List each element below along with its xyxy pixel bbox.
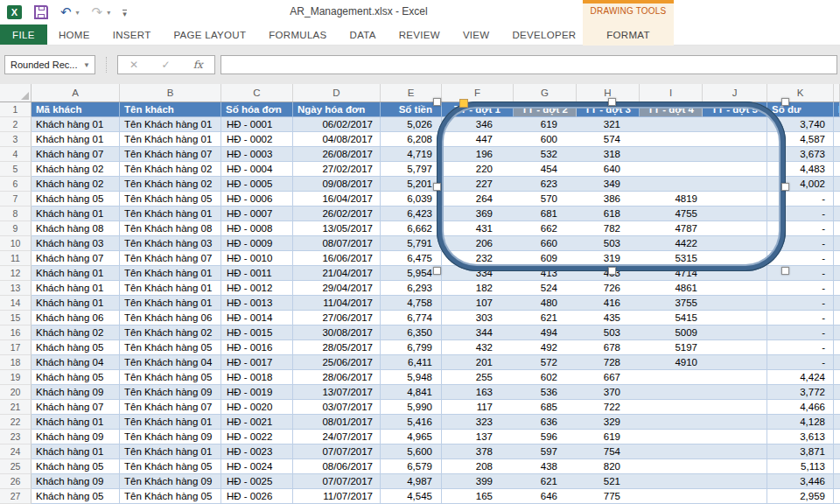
header-cell[interactable]: Ngày hóa đơn xyxy=(293,102,381,117)
cell[interactable] xyxy=(834,177,840,192)
cell[interactable]: Khách hàng 09 xyxy=(32,474,120,489)
row-header-20[interactable]: 20 xyxy=(0,385,32,400)
column-header-B[interactable]: B xyxy=(120,84,221,102)
cell[interactable]: HĐ - 0015 xyxy=(221,326,293,340)
cell[interactable]: Tên Khách hàng 01 xyxy=(120,132,221,147)
cell[interactable]: - xyxy=(767,340,834,355)
cell[interactable]: 5,948 xyxy=(381,370,442,385)
cell[interactable] xyxy=(834,117,840,132)
cell[interactable] xyxy=(703,340,767,355)
resize-handle-top-center[interactable] xyxy=(608,98,616,106)
cell[interactable]: Khách hàng 06 xyxy=(32,311,120,326)
cell[interactable] xyxy=(703,326,767,340)
cell[interactable] xyxy=(834,147,840,162)
cell[interactable] xyxy=(703,430,767,444)
cell[interactable]: 4910 xyxy=(640,355,703,370)
column-header-D[interactable]: D xyxy=(293,84,381,102)
cell[interactable]: - xyxy=(767,266,834,281)
cell[interactable]: 16/06/2017 xyxy=(293,251,381,266)
cell[interactable]: Tên Khách hàng 02 xyxy=(120,326,221,340)
name-box[interactable]: Rounded Rec... ▼ xyxy=(4,55,95,74)
cell[interactable]: 3,613 xyxy=(767,430,834,444)
row-header-5[interactable]: 5 xyxy=(0,162,32,177)
cell[interactable]: - xyxy=(767,326,834,340)
cell[interactable] xyxy=(703,400,767,415)
cell[interactable]: 2,959 xyxy=(767,489,834,504)
tab-insert[interactable]: INSERT xyxy=(102,24,163,45)
enter-icon[interactable]: ✓ xyxy=(161,59,170,71)
cell[interactable]: 722 xyxy=(577,400,640,415)
cell[interactable]: Khách hàng 02 xyxy=(32,162,120,177)
row-header-1[interactable]: 1 xyxy=(0,102,32,117)
cell[interactable]: 08/06/2017 xyxy=(293,459,381,474)
cell[interactable]: Khách hàng 01 xyxy=(32,132,120,147)
cancel-icon[interactable]: ✕ xyxy=(130,59,138,71)
cell[interactable] xyxy=(834,251,840,266)
cell[interactable]: 11/07/2017 xyxy=(293,489,381,504)
cell[interactable]: Khách hàng 01 xyxy=(32,415,120,430)
cell[interactable]: Khách hàng 05 xyxy=(32,370,120,385)
row-header-15[interactable]: 15 xyxy=(0,311,32,326)
cell[interactable] xyxy=(640,489,703,504)
cell[interactable]: 5,113 xyxy=(767,459,834,474)
resize-handle-mid-right[interactable] xyxy=(781,183,789,191)
cell[interactable]: 378 xyxy=(442,444,514,459)
cell[interactable]: 494 xyxy=(514,326,577,340)
cell[interactable] xyxy=(834,326,840,340)
cell[interactable]: HĐ - 0024 xyxy=(221,459,293,474)
cell[interactable]: 04/08/2017 xyxy=(293,132,381,147)
cell[interactable] xyxy=(834,415,840,430)
cell[interactable]: 6,350 xyxy=(381,326,442,340)
cell[interactable] xyxy=(703,459,767,474)
cell[interactable]: 4,466 xyxy=(767,400,834,415)
cell[interactable]: 21/04/2017 xyxy=(293,266,381,281)
cell[interactable]: Khách hàng 01 xyxy=(32,281,120,296)
resize-handle-bottom-right[interactable] xyxy=(781,267,789,275)
cell[interactable]: - xyxy=(767,355,834,370)
cell[interactable]: Khách hàng 01 xyxy=(32,206,120,221)
cell[interactable]: 667 xyxy=(577,370,640,385)
cell[interactable]: 6,774 xyxy=(381,311,442,326)
cell[interactable]: Khách hàng 07 xyxy=(32,400,120,415)
tab-format[interactable]: FORMAT xyxy=(583,24,674,46)
cell[interactable]: 117 xyxy=(442,400,514,415)
cell[interactable]: HĐ - 0010 xyxy=(221,251,293,266)
cell[interactable]: 255 xyxy=(442,370,514,385)
row-header-12[interactable]: 12 xyxy=(0,266,32,281)
cell[interactable]: 438 xyxy=(514,459,577,474)
cell[interactable]: Tên Khách hàng 07 xyxy=(120,147,221,162)
column-header-A[interactable]: A xyxy=(32,84,120,102)
row-header-16[interactable]: 16 xyxy=(0,326,32,340)
cell[interactable]: Tên Khách hàng 04 xyxy=(120,355,221,370)
cell[interactable]: 107 xyxy=(442,296,514,311)
row-header-14[interactable]: 14 xyxy=(0,296,32,311)
cell[interactable]: 323 xyxy=(442,415,514,430)
cell[interactable]: HĐ - 0017 xyxy=(221,355,293,370)
row-header-19[interactable]: 19 xyxy=(0,370,32,385)
cell[interactable]: HĐ - 0013 xyxy=(221,296,293,311)
cell[interactable]: 5009 xyxy=(640,326,703,340)
cell[interactable] xyxy=(703,474,767,489)
column-header-C[interactable]: C xyxy=(221,84,293,102)
cell[interactable]: 5,600 xyxy=(381,444,442,459)
cell[interactable] xyxy=(834,266,840,281)
cell[interactable]: 619 xyxy=(577,430,640,444)
cell[interactable]: 4,424 xyxy=(767,370,834,385)
cell[interactable]: HĐ - 0007 xyxy=(221,206,293,221)
cell[interactable] xyxy=(703,370,767,385)
cell[interactable]: - xyxy=(767,281,834,296)
cell[interactable]: 726 xyxy=(577,281,640,296)
cell[interactable]: Tên Khách hàng 02 xyxy=(120,162,221,177)
cell[interactable]: 596 xyxy=(514,430,577,444)
tab-developer[interactable]: DEVELOPER xyxy=(500,24,587,45)
cell[interactable]: Tên Khách hàng 05 xyxy=(120,192,221,206)
cell[interactable]: HĐ - 0003 xyxy=(221,147,293,162)
cell[interactable] xyxy=(640,385,703,400)
cell[interactable]: 6,423 xyxy=(381,206,442,221)
cell[interactable] xyxy=(703,311,767,326)
cell[interactable]: Tên Khách hàng 08 xyxy=(120,221,221,236)
cell[interactable]: 208 xyxy=(442,459,514,474)
cell[interactable]: 6,411 xyxy=(381,355,442,370)
cell[interactable]: 24/07/2017 xyxy=(293,430,381,444)
cell[interactable]: HĐ - 0006 xyxy=(221,192,293,206)
